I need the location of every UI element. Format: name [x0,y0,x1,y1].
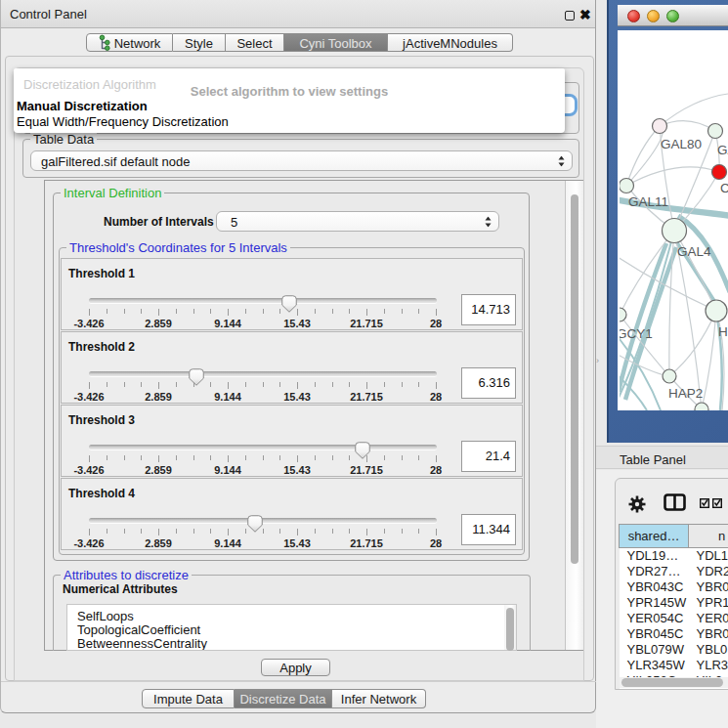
svg-text:GCY1: GCY1 [620,326,653,341]
svg-text:GAL11: GAL11 [628,194,668,209]
svg-text:HAP2: HAP2 [668,386,703,401]
svg-text:GAL80: GAL80 [661,137,702,151]
svg-text:CC: CC [720,181,728,195]
svg-text:GAL8: GAL8 [717,143,728,157]
svg-text:GAL4: GAL4 [677,244,711,259]
svg-text:H: H [718,324,728,339]
